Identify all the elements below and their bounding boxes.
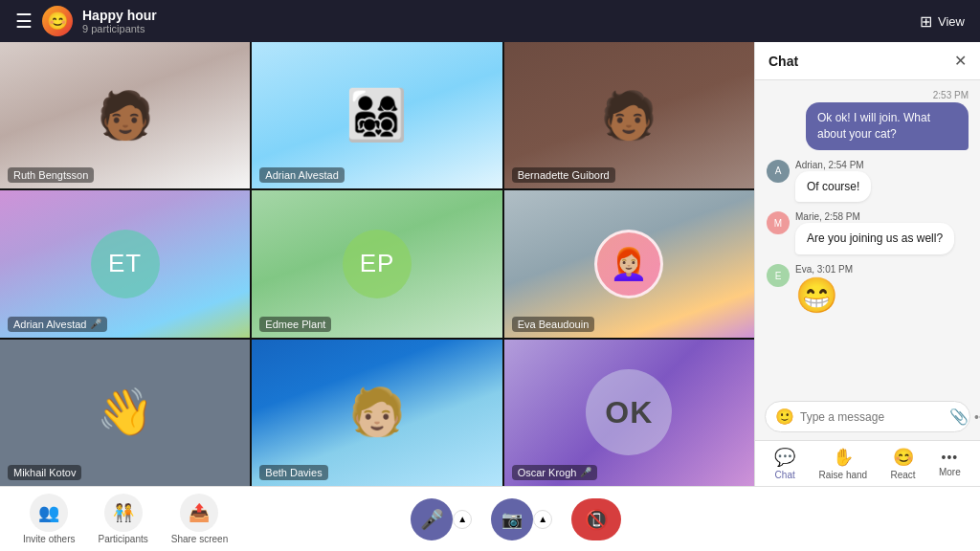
view-icon: ⊞ [920,12,932,31]
ruth-name: Ruth Bengtsson [13,169,88,181]
person-adrian-group: 👨‍👩‍👧‍👦 [252,42,501,188]
msg-2-bubble: Of course! [795,171,871,203]
chat-bottom-bar: 💬 Chat ✋ Raise hand 😊 React ••• More [755,440,980,486]
bottom-bar: 👥 Invite others 🧑‍🤝‍🧑 Participants 📤 Sha… [0,486,980,551]
more-chat-button[interactable]: ••• More [939,450,961,477]
message-input[interactable] [800,410,944,424]
oscar-name: Oscar Krogh [518,467,577,478]
attach-icon[interactable]: 📎 [949,408,969,426]
adrian-alvestad-name: Adrian Alvestad [265,169,338,181]
person-beth: 🧑🏼 [252,340,501,486]
video-cell-ep[interactable]: EP Edmee Plant [252,190,501,337]
chat-tab-label: Chat [775,470,795,480]
avatar-ep: EP [343,230,412,298]
msg-3-sender: Marie, 2:58 PM [795,211,954,222]
video-cell-adrian-group[interactable]: 👨‍👩‍👧‍👦 Adrian Alvestad [252,42,501,188]
label-eva: Eva Beaudouin [512,317,595,332]
chat-panel: Chat ✕ 2:53 PM Ok ok! I will join. What … [754,42,980,486]
msg-2-sender: Adrian, 2:54 PM [795,160,871,170]
share-label: Share screen [171,534,228,544]
video-grid: 🧑🏾 Ruth Bengtsson 👨‍👩‍👧‍👦 Adrian Alvesta… [0,42,754,486]
et-name: Adrian Alvestad [13,319,86,330]
bottom-left-actions: 👥 Invite others 🧑‍🤝‍🧑 Participants 📤 Sha… [23,494,228,544]
participants-icon: 🧑‍🤝‍🧑 [104,494,143,532]
emoji-input-icon[interactable]: 🙂 [775,408,794,426]
participants-label: Participants [98,534,147,544]
share-screen-button[interactable]: 📤 Share screen [171,494,228,544]
msg-1-bubble: Ok ok! I will join. What about your cat? [806,102,969,150]
mikhail-name: Mikhail Kotov [13,467,76,478]
label-adrian-alvestad: Adrian Alvestad [259,167,344,183]
meeting-title: Happy hour [82,8,157,23]
hamburger-icon[interactable]: ☰ [15,10,33,33]
avatar-adrian: A [767,160,790,183]
chat-close-button[interactable]: ✕ [954,52,967,70]
app-icon: 😊 [42,6,73,36]
more-chat-label: More [939,467,961,477]
invite-others-button[interactable]: 👥 Invite others [23,494,75,544]
person-bernadette: 🧑🏾 [504,42,754,188]
video-cell-eva[interactable]: 👩🏼‍🦰 Eva Beaudouin [504,190,754,337]
participants-button[interactable]: 🧑‍🤝‍🧑 Participants [98,494,147,544]
bernadette-name: Bernadette Guibord [518,169,610,181]
label-oscar: Oscar Krogh 🎤 [512,465,598,480]
chat-messages: 2:53 PM Ok ok! I will join. What about y… [755,80,980,393]
avatar-marie: M [767,211,790,234]
oscar-mic-icon: 🎤 [580,467,591,477]
eva-name: Eva Beaudouin [518,319,590,330]
main-content: 🧑🏾 Ruth Bengtsson 👨‍👩‍👧‍👦 Adrian Alvesta… [0,42,980,486]
chat-tab-icon: 💬 [774,447,795,468]
react-label: React [890,470,915,480]
avatar-eva: 👩🏼‍🦰 [594,230,663,298]
camera-chevron-button[interactable]: ▲ [533,510,552,529]
beth-name: Beth Davies [265,467,322,478]
mic-toggle-group: 🎤 [411,498,453,540]
message-4: E Eva, 3:01 PM 😁 [767,264,969,316]
label-ep: Edmee Plant [259,317,331,332]
avatar-et: ET [91,230,160,298]
react-icon: 😊 [893,447,914,468]
video-cell-bernadette[interactable]: 🧑🏾 Bernadette Guibord [504,42,754,188]
label-bernadette: Bernadette Guibord [512,167,615,183]
label-beth: Beth Davies [259,465,327,480]
msg-4-emoji: 😁 [795,276,853,316]
share-icon: 📤 [180,494,218,532]
msg-1-time: 2:53 PM [933,90,969,100]
more-input-icon[interactable]: ••• [974,409,980,425]
message-2: A Adrian, 2:54 PM Of course! [767,160,969,203]
raise-hand-label: Raise hand [819,470,868,480]
label-et: Adrian Alvestad 🎤 [8,317,107,332]
video-cell-oscar[interactable]: OK Oscar Krogh 🎤 [504,340,754,486]
ep-name: Edmee Plant [265,319,325,330]
label-ruth: Ruth Bengtsson [8,167,94,183]
person-ruth: 🧑🏾 [0,42,250,188]
view-button[interactable]: ⊞ View [920,12,965,31]
avatar-eva-chat: E [767,264,790,287]
mic-chevron-button[interactable]: ▲ [453,510,472,529]
invite-icon: 👥 [30,494,68,532]
camera-button[interactable]: 📷 [491,498,533,540]
msg-3-bubble: Are you joining us as well? [795,223,954,254]
avatar-ok: OK [586,369,672,455]
raise-hand-button[interactable]: ✋ Raise hand [819,447,868,480]
video-cell-ruth[interactable]: 🧑🏾 Ruth Bengtsson [0,42,250,188]
chat-input-row: 🙂 📎 ••• [765,401,970,432]
meeting-info: Happy hour 9 participants [82,8,157,34]
label-mikhail: Mikhail Kotov [8,465,81,480]
end-call-button[interactable]: 📵 [571,498,621,540]
chat-title: Chat [768,54,798,69]
video-cell-mikhail[interactable]: 👋 Mikhail Kotov [0,340,250,486]
video-cell-et[interactable]: ET Adrian Alvestad 🎤 [0,190,250,337]
invite-label: Invite others [23,534,75,544]
chat-tab-button[interactable]: 💬 Chat [774,447,795,480]
person-mikhail: 👋 [0,340,250,486]
video-cell-beth[interactable]: 🧑🏼 Beth Davies [252,340,501,486]
mic-on-icon: 🎤 [90,319,101,329]
view-label: View [938,14,965,29]
bottom-center-controls: 🎤 ▲ 📷 ▲ 📵 [411,498,621,540]
react-button[interactable]: 😊 React [890,447,915,480]
raise-hand-icon: ✋ [833,447,854,468]
msg-4-sender: Eva, 3:01 PM [795,264,853,275]
mic-button[interactable]: 🎤 [411,498,453,540]
top-bar: ☰ 😊 Happy hour 9 participants ⊞ View [0,0,980,42]
